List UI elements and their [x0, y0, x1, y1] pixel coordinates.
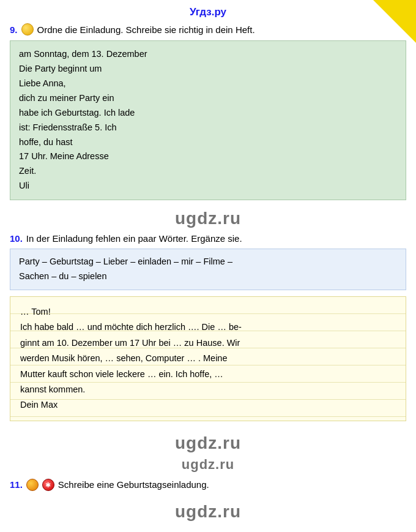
watermark-text-3: ugdz.ru	[182, 457, 234, 473]
watermark-text-2: ugdz.ru	[175, 433, 241, 453]
section-9-line-10: Uli	[19, 181, 29, 190]
section-11-number: 11.	[10, 479, 23, 490]
letter-line-7: Dein Max	[20, 400, 58, 410]
word-list-line-2: Sachen – du – spielen	[19, 271, 107, 281]
watermark-2: ugdz.ru	[0, 431, 416, 455]
section-11-header: 11. Schreibe eine Geburtstagseinladung.	[10, 479, 406, 491]
section-9: 9. Ordne die Einladung. Schreibe sie ric…	[0, 23, 416, 206]
watermark-3: ugdz.ru	[0, 455, 416, 474]
section-9-line-8: 17 Uhr. Meine Adresse	[19, 151, 109, 161]
watermark-text-4: ugdz.ru	[175, 502, 241, 522]
word-list-line-1: Party – Geburtstag – Lieber – einladen –…	[19, 257, 232, 266]
letter-line-3: ginnt am 10. Dezember um 17 Uhr bei … zu…	[20, 338, 240, 348]
coin-red-icon	[42, 479, 54, 491]
section-9-line-1: am Sonntag, dem 13. Dezember	[19, 49, 147, 59]
letter-line-6: kannst kommen.	[20, 384, 85, 394]
section-9-line-9: Zeit.	[19, 166, 36, 176]
page-title: Угдз.ру	[0, 0, 416, 23]
section-9-line-3: Liebe Anna,	[19, 78, 66, 88]
site-title: Угдз.ру	[190, 6, 226, 18]
corner-decoration	[373, 0, 416, 43]
section-9-line-2: Die Party beginnt um	[19, 64, 102, 73]
section-9-line-5: habe ich Geburtstag. Ich lade	[19, 108, 135, 118]
coin-icon-9	[21, 23, 34, 36]
letter-line-4: werden Musik hören, … sehen, Computer … …	[20, 353, 227, 363]
section-9-number: 9.	[10, 24, 18, 35]
section-9-line-4: dich zu meiner Party ein	[19, 93, 114, 103]
section-11: 11. Schreibe eine Geburtstagseinladung.	[0, 474, 416, 500]
section-10-instruction: In der Einladung fehlen ein paar Wörter.…	[26, 233, 242, 244]
watermark-4: ugdz.ru	[0, 500, 416, 524]
section-10-number: 10.	[10, 233, 23, 244]
section-9-line-6: ist: Friedensstraße 5. Ich	[19, 122, 117, 132]
section-10-header: 10. In der Einladung fehlen ein paar Wör…	[10, 233, 406, 244]
letter-line-2: Ich habe bald … und möchte dich herzlich…	[20, 322, 242, 332]
section-10: 10. In der Einladung fehlen ein paar Wör…	[0, 231, 416, 430]
letter-line-1: … Tom!	[20, 307, 51, 317]
letter-line-5: Mutter kauft schon viele leckere … ein. …	[20, 369, 223, 379]
coin-orange-icon	[26, 479, 39, 491]
watermark-text-1: ugdz.ru	[175, 209, 241, 228]
section-9-instruction: Ordne die Einladung. Schreibe sie richti…	[37, 24, 255, 35]
watermark-1: ugdz.ru	[0, 206, 416, 231]
word-list-box: Party – Geburtstag – Lieber – einladen –…	[10, 249, 406, 290]
section-9-line-7: hoffe, du hast	[19, 137, 73, 147]
section-9-content-box: am Sonntag, dem 13. Dezember Die Party b…	[10, 40, 406, 200]
letter-box: … Tom! Ich habe bald … und möchte dich h…	[10, 296, 406, 421]
section-11-instruction: Schreibe eine Geburtstagseinladung.	[58, 479, 209, 490]
section-9-header: 9. Ordne die Einladung. Schreibe sie ric…	[10, 23, 406, 36]
